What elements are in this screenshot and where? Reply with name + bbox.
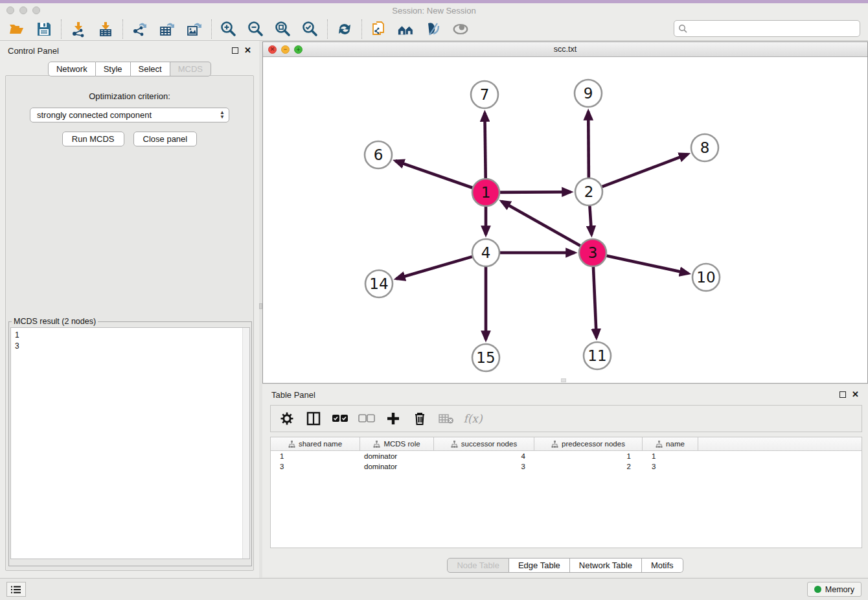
hide-details-icon[interactable]	[424, 20, 442, 38]
node-6[interactable]: 6	[365, 141, 392, 168]
tab-edge-table[interactable]: Edge Table	[509, 558, 570, 573]
show-panels-button[interactable]	[6, 582, 26, 597]
node-10[interactable]: 10	[692, 264, 720, 291]
titlebar: Session: New Session	[0, 3, 868, 17]
table-cell[interactable]: 2	[534, 461, 643, 472]
table-cell[interactable]: dominator	[360, 461, 434, 472]
table-cell[interactable]: 3	[271, 461, 360, 472]
tab-node-table[interactable]: Node Table	[447, 558, 509, 573]
node-15[interactable]: 15	[472, 344, 499, 371]
tab-network[interactable]: Network	[48, 62, 96, 76]
column-header-name[interactable]: name	[643, 437, 698, 450]
tab-network-table[interactable]: Network Table	[570, 558, 642, 573]
run-mcds-button[interactable]: Run MCDS	[62, 132, 124, 146]
node-14[interactable]: 14	[365, 270, 393, 297]
column-header-shared-name[interactable]: shared name	[271, 437, 360, 450]
duplicate-network-icon[interactable]	[370, 20, 388, 38]
node-3[interactable]: 3	[579, 239, 606, 266]
node-4[interactable]: 4	[472, 239, 499, 266]
table-cell[interactable]: 4	[434, 451, 534, 461]
table-cell[interactable]: 3	[434, 461, 534, 472]
tab-select[interactable]: Select	[131, 62, 170, 76]
result-scrollbar[interactable]	[242, 328, 249, 559]
memory-button[interactable]: Memory	[807, 582, 862, 597]
table-cell[interactable]: 1	[534, 451, 643, 461]
refresh-layout-icon[interactable]	[336, 20, 354, 38]
node-table[interactable]: shared nameMCDS rolesuccessor nodesprede…	[270, 437, 862, 548]
open-folder-icon[interactable]	[8, 20, 26, 38]
application-window: Session: New Session	[0, 0, 868, 600]
export-table-icon[interactable]	[158, 20, 176, 38]
criterion-select[interactable]: strongly connected component ▲▼	[30, 108, 229, 122]
search-input[interactable]	[674, 20, 860, 37]
edge-4-14[interactable]	[396, 257, 472, 279]
column-header-MCDS-role[interactable]: MCDS role	[360, 437, 434, 450]
float-table-panel-icon[interactable]	[839, 391, 846, 398]
table-row[interactable]: 1dominator411	[271, 451, 862, 461]
zoom-in-icon[interactable]	[220, 20, 238, 38]
edge-1-6[interactable]	[395, 161, 472, 188]
column-header-successor-nodes[interactable]: successor nodes	[434, 437, 534, 450]
add-row-icon[interactable]	[385, 410, 402, 427]
node-7[interactable]: 7	[471, 81, 498, 108]
show-details-icon[interactable]	[451, 20, 470, 38]
select-all-icon[interactable]	[332, 410, 348, 427]
deselect-all-icon[interactable]	[358, 410, 375, 427]
settings-gear-icon[interactable]	[279, 410, 295, 427]
network-window-title: scc.txt	[263, 45, 867, 54]
edge-2-8[interactable]	[602, 154, 688, 187]
import-table-icon[interactable]	[97, 20, 115, 38]
node-9[interactable]: 9	[575, 80, 602, 107]
memory-label: Memory	[825, 585, 854, 594]
first-neighbors-icon[interactable]	[397, 20, 415, 38]
table-row[interactable]: 3dominator323	[271, 461, 862, 472]
node-11[interactable]: 11	[584, 342, 611, 369]
close-panel-icon[interactable]: ✕	[244, 47, 251, 54]
edge-2-9[interactable]	[588, 111, 589, 178]
network-canvas[interactable]: 7968124314101511	[263, 57, 867, 383]
zoom-selected-icon[interactable]	[301, 20, 319, 38]
edge-3-1[interactable]	[501, 202, 580, 246]
node-1[interactable]: 1	[472, 179, 499, 206]
search-field-wrap	[674, 20, 860, 37]
network-window-titlebar[interactable]: ✕ − ＋ scc.txt	[263, 42, 867, 57]
delete-row-icon[interactable]	[411, 410, 428, 427]
table-cell[interactable]: dominator	[360, 451, 434, 461]
table-toolbar: f(x)	[270, 405, 862, 432]
tab-mcds[interactable]: MCDS	[170, 62, 211, 76]
node-label: 3	[588, 244, 598, 261]
save-icon[interactable]	[35, 20, 53, 38]
select-stepper-icon: ▲▼	[220, 110, 225, 119]
column-header-predecessor-nodes[interactable]: predecessor nodes	[534, 437, 643, 450]
tab-style[interactable]: Style	[96, 62, 131, 76]
node-8[interactable]: 8	[691, 134, 718, 161]
table-cell[interactable]: 3	[643, 461, 698, 472]
edge-2-3[interactable]	[589, 206, 591, 235]
edge-1-2[interactable]	[500, 192, 571, 192]
tab-motifs[interactable]: Motifs	[642, 558, 683, 573]
mcds-result-box[interactable]: 1 3	[10, 327, 250, 559]
zoom-fit-icon[interactable]	[274, 20, 292, 38]
float-panel-icon[interactable]	[232, 47, 238, 54]
control-panel-tabs: NetworkStyleSelectMCDS	[0, 62, 259, 76]
function-builder-icon[interactable]: f(x)	[464, 410, 481, 427]
import-network-icon[interactable]	[69, 20, 87, 38]
close-table-panel-icon[interactable]: ✕	[852, 391, 859, 398]
edge-1-7[interactable]	[485, 113, 485, 178]
export-network-icon[interactable]	[131, 20, 149, 38]
destroy-table-icon[interactable]	[438, 410, 455, 427]
export-image-icon[interactable]	[185, 20, 203, 38]
node-label: 15	[476, 349, 495, 366]
close-panel-button[interactable]: Close panel	[133, 132, 198, 146]
table-cell[interactable]: 1	[271, 451, 360, 461]
zoom-out-icon[interactable]	[247, 20, 265, 38]
main-toolbar	[0, 17, 868, 41]
canvas-grip[interactable]	[561, 378, 566, 382]
node-label: 4	[481, 244, 491, 261]
column-visibility-icon[interactable]	[305, 410, 322, 427]
table-cell[interactable]: 1	[643, 451, 698, 461]
node-2[interactable]: 2	[575, 178, 602, 205]
edge-3-11[interactable]	[593, 267, 597, 338]
control-panel-header: Control Panel ✕	[0, 41, 259, 60]
edge-3-10[interactable]	[606, 256, 688, 273]
